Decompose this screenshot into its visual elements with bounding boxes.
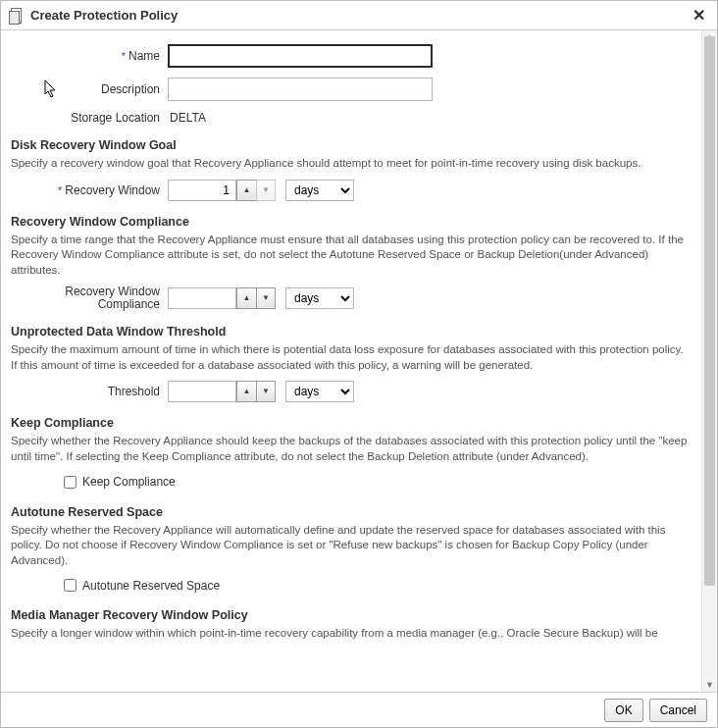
scroll-thumb[interactable] <box>704 36 715 586</box>
rw-compliance-input[interactable] <box>168 287 236 309</box>
scroll-content: *Name Description Storage Location DELTA… <box>1 30 701 692</box>
unprotected-heading: Unprotected Data Window Threshold <box>11 325 692 338</box>
create-protection-policy-dialog: Create Protection Policy ✕ *Name Descrip… <box>0 0 718 728</box>
threshold-unit-select[interactable]: days <box>285 381 354 402</box>
dialog-footer: OK Cancel <box>1 692 717 727</box>
autotune-checkbox[interactable] <box>64 579 77 592</box>
disk-recovery-help: Specify a recovery window goal that Reco… <box>11 156 692 172</box>
dialog-title: Create Protection Policy <box>30 8 689 23</box>
storage-location-value: DELTA <box>168 111 206 125</box>
dialog-titlebar: Create Protection Policy ✕ <box>1 1 717 30</box>
recovery-window-input[interactable] <box>168 180 236 201</box>
keep-compliance-checkbox-label: Keep Compliance <box>82 475 176 489</box>
keep-compliance-heading: Keep Compliance <box>11 416 692 430</box>
threshold-spin-down[interactable]: ▼ <box>256 381 276 402</box>
vertical-scrollbar[interactable]: ▲ ▼ <box>701 30 717 692</box>
description-label: Description <box>11 82 168 96</box>
threshold-input[interactable] <box>168 381 236 402</box>
cancel-button[interactable]: Cancel <box>649 699 707 722</box>
recovery-window-unit-select[interactable]: days <box>285 180 354 201</box>
rw-compliance-spinner: ▲ ▼ <box>236 287 276 309</box>
recovery-window-spin-down[interactable]: ▼ <box>256 180 276 201</box>
scroll-down-arrow-icon[interactable]: ▼ <box>702 678 717 692</box>
autotune-checkbox-label: Autotune Reserved Space <box>82 579 220 593</box>
threshold-spinner: ▲ ▼ <box>236 381 276 402</box>
rw-compliance-unit-select[interactable]: days <box>285 287 354 309</box>
required-asterisk-icon: * <box>58 184 62 196</box>
autotune-heading: Autotune Reserved Space <box>11 505 692 519</box>
rw-compliance-spin-up[interactable]: ▲ <box>236 287 256 309</box>
recovery-window-spin-up[interactable]: ▲ <box>236 180 256 201</box>
media-mgr-heading: Media Manager Recovery Window Policy <box>11 608 692 622</box>
recovery-window-label: *Recovery Window <box>11 183 168 197</box>
threshold-spin-up[interactable]: ▲ <box>236 381 256 402</box>
autotune-help: Specify whether the Recovery Appliance w… <box>11 523 692 569</box>
storage-location-label: Storage Location <box>11 111 168 125</box>
rw-compliance-spin-down[interactable]: ▼ <box>256 287 276 309</box>
description-input[interactable] <box>168 78 433 101</box>
recovery-window-spinner: ▲ ▼ <box>236 180 276 201</box>
rw-compliance-help: Specify a time range that the Recovery A… <box>11 233 692 279</box>
rw-compliance-heading: Recovery Window Compliance <box>11 215 692 229</box>
rw-compliance-label: Recovery Window Compliance <box>11 286 168 311</box>
threshold-label: Threshold <box>11 385 168 398</box>
disk-recovery-heading: Disk Recovery Window Goal <box>11 138 692 152</box>
document-icon <box>9 8 25 24</box>
required-asterisk-icon: * <box>122 50 126 62</box>
name-label: *Name <box>11 49 168 63</box>
unprotected-help: Specify the maximum amount of time in wh… <box>11 342 692 373</box>
keep-compliance-help: Specify whether the Recovery Appliance s… <box>11 434 692 464</box>
ok-button[interactable]: OK <box>604 699 642 722</box>
dialog-body: *Name Description Storage Location DELTA… <box>1 30 717 692</box>
media-mgr-help: Specify a longer window within which poi… <box>11 626 692 642</box>
close-icon[interactable]: ✕ <box>689 6 709 25</box>
name-input[interactable] <box>168 44 433 68</box>
keep-compliance-checkbox[interactable] <box>64 476 77 489</box>
